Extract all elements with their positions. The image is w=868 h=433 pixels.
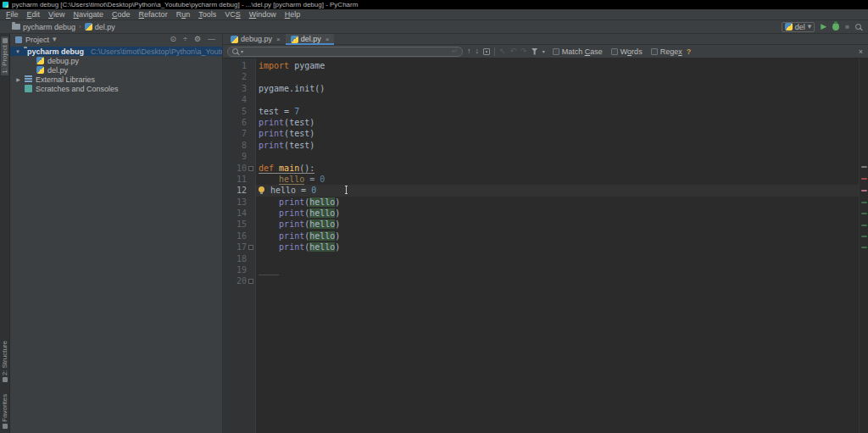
code-line-text: def main(): [259, 164, 314, 174]
code-line-12[interactable]: hello = 0 [256, 185, 868, 196]
checkbox-match-case[interactable]: Match Case [553, 47, 603, 56]
menu-run[interactable]: Run [172, 10, 195, 19]
code-line-14[interactable]: print(hello) [256, 208, 868, 219]
previous-occurrence-button[interactable]: ↑ [467, 47, 471, 55]
checkbox-icon [553, 48, 559, 55]
menu-edit[interactable]: Edit [23, 10, 45, 19]
gutter-line-19: 19 [223, 264, 255, 275]
error-stripe-mark[interactable] [861, 225, 867, 226]
find-all-button[interactable] [483, 48, 490, 55]
selection-arrow-icon[interactable]: ↖ [499, 47, 506, 55]
filter-chevron-icon[interactable]: ▾ [542, 49, 545, 54]
hide-panel-button[interactable]: — [206, 36, 217, 43]
project-panel-header: Project ▾ ⊙ ÷ ⚙ — [10, 34, 222, 45]
checkbox-icon [611, 48, 618, 55]
chevron-right-icon[interactable]: ▶ [15, 76, 21, 82]
tool-button-favorites[interactable]: Favorites [1, 392, 8, 430]
editor[interactable]: 1234567891011121314151617181920 import p… [223, 58, 868, 433]
code-line-15[interactable]: print(hello) [256, 219, 868, 230]
tab-debug-py[interactable]: debug.py× [225, 34, 286, 44]
checkbox-regex[interactable]: Regex [651, 47, 682, 56]
tool-button----structure[interactable]: 2: Structure [1, 339, 8, 384]
stop-button[interactable]: ■ [845, 24, 849, 31]
tree-item-external-libraries[interactable]: ▶External Libraries [10, 75, 222, 84]
breadcrumb: pycharm debug›del.py [12, 23, 782, 31]
menu-view[interactable]: View [44, 10, 69, 19]
error-stripe-mark[interactable] [861, 202, 867, 203]
search-history-chevron-icon[interactable]: ▾ [241, 49, 243, 54]
redo-arrow-icon[interactable]: ↷ [520, 47, 527, 55]
tree-item-pycharm-debug[interactable]: ▼pycharm debugC:\Users\timot\Desktop\Pyt… [10, 47, 222, 56]
code-line-4[interactable] [256, 94, 868, 105]
error-stripe-mark[interactable] [861, 166, 867, 168]
code-line-7[interactable]: print(test) [256, 128, 868, 139]
checkbox-words[interactable]: Words [611, 47, 643, 56]
menu-file[interactable]: File [2, 10, 23, 19]
new-line-icon[interactable]: ↵ [451, 47, 458, 55]
tool-icon [3, 377, 8, 382]
find-input[interactable] [246, 47, 448, 56]
fold-end-icon[interactable] [248, 279, 253, 284]
py-icon [36, 57, 44, 64]
locate-file-button[interactable]: ⊙ [168, 36, 178, 43]
tab-del-py[interactable]: del.py× [286, 34, 335, 44]
chevron-down-icon[interactable]: ▼ [15, 49, 20, 54]
breadcrumb-item[interactable]: pycharm debug [12, 23, 75, 31]
run-config-select[interactable]: del ▾ [782, 22, 815, 32]
run-button[interactable]: ▶ [821, 23, 826, 31]
error-stripe-mark[interactable] [861, 247, 867, 248]
close-tab-icon[interactable]: × [326, 36, 330, 43]
code-line-1[interactable]: import pygame [256, 60, 868, 71]
chevron-down-icon[interactable]: ▾ [53, 36, 57, 43]
search-filter-icon[interactable] [531, 48, 538, 55]
error-stripe-mark[interactable] [861, 236, 867, 237]
code-line-text: pygame.init() [259, 84, 325, 93]
breadcrumb-item[interactable]: del.py [85, 23, 115, 31]
code-line-10[interactable]: def main(): [256, 163, 868, 174]
menu-tools[interactable]: Tools [194, 10, 220, 19]
find-field[interactable]: ▾ ↵ [227, 47, 463, 57]
code-line-17[interactable]: print(hello) [256, 241, 868, 253]
collapse-all-button[interactable]: ÷ [181, 36, 189, 43]
close-tab-icon[interactable]: × [276, 36, 281, 43]
code-line-8[interactable]: print(test) [256, 140, 868, 151]
menu-refactor[interactable]: Refactor [135, 10, 172, 19]
fold-end-icon[interactable] [248, 245, 253, 250]
error-stripe-mark[interactable] [861, 178, 867, 180]
menu-navigate[interactable]: Navigate [69, 10, 108, 19]
settings-gear-icon[interactable]: ⚙ [192, 36, 203, 43]
python-file-icon [291, 36, 298, 43]
menu-vcs[interactable]: VCS [220, 10, 245, 19]
undo-arrow-icon[interactable]: ↶ [510, 47, 517, 55]
code-line-18[interactable] [256, 253, 868, 264]
tree-item-scratches-and-consoles[interactable]: Scratches and Consoles [10, 84, 222, 93]
code-area[interactable]: import pygamepygame.init()test = 7print(… [256, 58, 868, 433]
code-line-19[interactable]: ____ [256, 264, 868, 275]
menu-code[interactable]: Code [108, 10, 135, 19]
code-line-5[interactable]: test = 7 [256, 106, 868, 117]
python-file-icon [785, 23, 793, 31]
tree-item-del-py[interactable]: del.py [10, 65, 222, 75]
code-line-3[interactable]: pygame.init() [256, 83, 868, 94]
menu-help[interactable]: Help [281, 10, 305, 19]
intention-bulb-icon[interactable] [259, 186, 264, 192]
debug-button[interactable] [832, 23, 839, 31]
tree-item-debug-py[interactable]: debug.py [10, 56, 222, 65]
next-occurrence-button[interactable]: ↓ [476, 47, 480, 55]
code-line-9[interactable] [256, 151, 868, 162]
code-line-16[interactable]: print(hello) [256, 230, 868, 241]
error-stripe-mark[interactable] [861, 190, 867, 192]
help-icon[interactable]: ? [687, 47, 692, 56]
code-line-6[interactable]: print(test) [256, 117, 868, 128]
menu-window[interactable]: Window [245, 10, 281, 19]
error-stripe-mark[interactable] [861, 213, 867, 214]
code-line-11[interactable]: hello = 0 [256, 174, 868, 185]
code-line-13[interactable]: print(hello) [256, 197, 868, 208]
close-search-button[interactable]: × [859, 47, 863, 56]
error-stripe[interactable] [859, 58, 868, 433]
code-line-2[interactable] [256, 71, 868, 82]
tool-button-project[interactable]: 1: Project [1, 36, 8, 75]
fold-start-icon[interactable] [248, 166, 253, 171]
search-everywhere-button[interactable] [855, 24, 861, 30]
code-line-20[interactable] [256, 275, 868, 286]
